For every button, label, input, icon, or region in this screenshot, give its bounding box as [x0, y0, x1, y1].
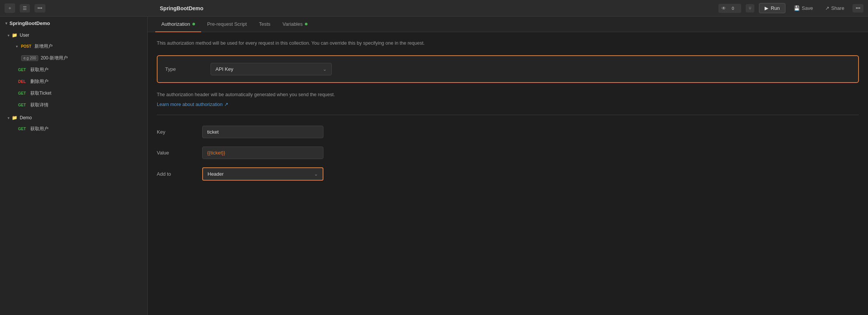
- share-button[interactable]: ↗ Share: [821, 3, 848, 13]
- tab-authorization[interactable]: Authorization: [155, 17, 201, 32]
- sidebar: ▾ SpringBootDemo ▾ 📁 User ▾ POST 新增用户 e.…: [0, 17, 148, 315]
- content-area: Authorization Pre-request Script Tests V…: [148, 17, 868, 315]
- info-text: The authorization header will be automat…: [157, 91, 859, 98]
- root-chevron: ▾: [5, 21, 7, 25]
- sidebar-root[interactable]: ▾ SpringBootDemo: [0, 17, 147, 30]
- addto-row: Add to Header ⌄: [157, 167, 859, 181]
- tab-prerequest[interactable]: Pre-request Script: [201, 17, 253, 32]
- top-bar-right: 👁 0 ⑂ ▶ Run 💾 Save ↗ Share •••: [718, 3, 863, 13]
- demo-get-users-label: 获取用户: [30, 126, 48, 132]
- play-icon: ▶: [765, 5, 768, 11]
- response-badge: e.g 200: [21, 55, 38, 61]
- method-get-badge-demo: GET: [16, 127, 28, 131]
- authorization-tab-label: Authorization: [161, 21, 190, 27]
- value-input[interactable]: [202, 147, 323, 159]
- filter-button[interactable]: ☰: [20, 4, 30, 12]
- type-select[interactable]: API Key ⌄: [211, 63, 332, 75]
- sidebar-item-get-detail[interactable]: GET 获取详情: [0, 99, 147, 111]
- post-new-user-label: 新增用户: [34, 43, 53, 50]
- method-get-badge-1: GET: [16, 68, 28, 72]
- learn-more-arrow-icon: ↗: [224, 101, 228, 107]
- top-bar-center: SpringBootDemo: [152, 5, 718, 11]
- sidebar-item-post-new-user[interactable]: ▾ POST 新增用户: [0, 41, 147, 52]
- tab-variables[interactable]: Variables: [276, 17, 314, 32]
- variables-tab-label: Variables: [283, 21, 303, 27]
- share-icon: ↗: [825, 5, 829, 11]
- addto-chevron-icon: ⌄: [314, 171, 318, 177]
- addto-select[interactable]: Header ⌄: [202, 167, 323, 181]
- method-get-badge-3: GET: [16, 103, 28, 107]
- user-chevron: ▾: [8, 33, 9, 37]
- method-post-badge: POST: [20, 44, 32, 48]
- type-chevron-icon: ⌄: [323, 66, 327, 72]
- addto-label: Add to: [157, 171, 187, 177]
- plus-icon: ＋: [8, 5, 12, 11]
- tests-tab-label: Tests: [259, 21, 270, 27]
- save-icon: 💾: [794, 5, 800, 11]
- collection-title: SpringBootDemo: [160, 5, 203, 11]
- key-label: Key: [157, 129, 187, 135]
- method-get-badge-2: GET: [16, 91, 28, 95]
- run-button[interactable]: ▶ Run: [759, 3, 785, 13]
- method-del-badge: DEL: [16, 80, 28, 84]
- eye-button[interactable]: 👁 0: [718, 4, 741, 13]
- topbar-dots-icon: •••: [856, 6, 860, 11]
- info-section: The authorization header will be automat…: [157, 91, 859, 115]
- counter-badge: 0: [727, 5, 738, 11]
- topbar-more-button[interactable]: •••: [852, 4, 863, 12]
- demo-chevron: ▾: [8, 116, 9, 120]
- sidebar-item-demo-get-users[interactable]: GET 获取用户: [0, 123, 147, 135]
- tab-tests[interactable]: Tests: [253, 17, 276, 32]
- fork-icon: ⑂: [749, 6, 751, 11]
- value-row: Value: [157, 147, 859, 159]
- get-users-label: 获取用户: [30, 67, 48, 73]
- more-options-button[interactable]: •••: [34, 4, 45, 12]
- dots-icon: •••: [37, 6, 42, 11]
- filter-icon: ☰: [23, 6, 27, 11]
- demo-group-label: Demo: [20, 115, 32, 120]
- sidebar-group-demo[interactable]: ▾ 📁 Demo: [0, 112, 147, 123]
- fork-button[interactable]: ⑂: [746, 4, 754, 12]
- get-ticket-label: 获取Ticket: [30, 90, 52, 97]
- sidebar-item-get-ticket[interactable]: GET 获取Ticket: [0, 87, 147, 99]
- eye-icon: 👁: [721, 6, 726, 11]
- content-body: This authorization method will be used f…: [148, 32, 868, 315]
- del-user-label: 删除用户: [30, 78, 48, 85]
- sidebar-item-response-200[interactable]: e.g 200 200-新增用户: [0, 52, 147, 64]
- value-label: Value: [157, 150, 187, 156]
- get-detail-label: 获取详情: [30, 102, 48, 108]
- key-input[interactable]: [202, 126, 323, 138]
- folder-icon: 📁: [12, 33, 17, 38]
- post-chevron: ▾: [16, 44, 18, 48]
- response-200-label: 200-新增用户: [41, 55, 68, 61]
- sidebar-item-get-users[interactable]: GET 获取用户: [0, 64, 147, 76]
- description-text: This authorization method will be used f…: [157, 40, 859, 47]
- type-selector-box: Type API Key ⌄: [157, 55, 859, 83]
- main-layout: ▾ SpringBootDemo ▾ 📁 User ▾ POST 新增用户 e.…: [0, 17, 868, 315]
- authorization-dot: [192, 23, 195, 25]
- top-bar: ＋ ☰ ••• SpringBootDemo 👁 0 ⑂ ▶ Run 💾 Sav…: [0, 0, 868, 17]
- folder-icon-demo: 📁: [12, 115, 17, 120]
- root-label: SpringBootDemo: [9, 20, 50, 26]
- add-button[interactable]: ＋: [5, 3, 15, 13]
- sidebar-group-user[interactable]: ▾ 📁 User: [0, 30, 147, 41]
- sidebar-item-del-user[interactable]: DEL 删除用户: [0, 76, 147, 87]
- type-value: API Key: [215, 66, 233, 72]
- save-button[interactable]: 💾 Save: [790, 3, 817, 13]
- addto-value: Header: [208, 171, 224, 177]
- top-bar-left: ＋ ☰ •••: [5, 3, 152, 13]
- key-row: Key: [157, 126, 859, 138]
- prerequest-tab-label: Pre-request Script: [207, 21, 247, 27]
- tabs-bar: Authorization Pre-request Script Tests V…: [148, 17, 868, 32]
- variables-dot: [305, 23, 308, 25]
- learn-more-link[interactable]: Learn more about authorization ↗: [157, 101, 228, 107]
- user-group-label: User: [20, 33, 29, 38]
- type-label: Type: [165, 66, 195, 72]
